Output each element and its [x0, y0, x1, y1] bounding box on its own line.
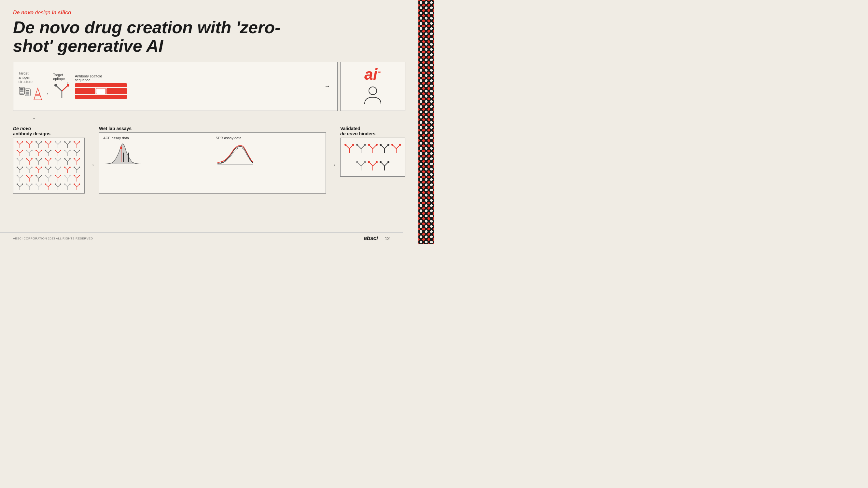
ab-icon: [73, 149, 81, 157]
svg-rect-10: [36, 94, 40, 96]
svg-point-229: [73, 184, 75, 185]
de-novo-designs-section: De novoantibody designs: [13, 126, 85, 194]
ab-icon: [35, 158, 43, 165]
ab-icon: [16, 174, 24, 182]
svg-point-154: [64, 167, 65, 168]
right-decoration: [418, 0, 434, 244]
svg-point-79: [55, 150, 56, 151]
svg-point-242: [352, 144, 354, 146]
svg-point-54: [73, 141, 75, 142]
ab-icon: [63, 166, 71, 174]
svg-point-134: [26, 167, 27, 168]
svg-point-75: [50, 150, 52, 151]
spr-assay: SPR assay data: [216, 136, 322, 167]
svg-point-195: [79, 175, 80, 176]
ab-icon: [73, 140, 81, 148]
wet-lab-title: Wet lab assays: [99, 126, 326, 131]
ab-icon: [54, 140, 62, 148]
svg-point-262: [399, 144, 401, 146]
ab-icon: [25, 140, 33, 148]
svg-point-271: [368, 161, 370, 163]
ab-icon: [16, 149, 24, 157]
svg-point-256: [380, 144, 381, 146]
svg-point-119: [64, 158, 65, 159]
ab-icon: [35, 174, 43, 182]
svg-point-39: [45, 141, 46, 142]
svg-point-209: [35, 184, 37, 185]
svg-point-59: [17, 150, 18, 151]
svg-point-109: [45, 158, 46, 159]
svg-point-246: [356, 144, 358, 146]
svg-point-220: [60, 184, 61, 185]
antibody-grid-box: [13, 138, 85, 194]
svg-point-169: [26, 175, 27, 176]
svg-point-34: [35, 141, 37, 142]
ace-label: ACE assay data: [103, 136, 129, 140]
epitope-section: Targetepitope ✂ →: [53, 73, 71, 100]
footer-right: absci 12: [364, 235, 390, 242]
ab-icon: [63, 174, 71, 182]
svg-point-25: [22, 141, 23, 142]
footer-copyright: ABSCI CORPORATION 2023 ALL RIGHTS RESERV…: [13, 237, 93, 240]
scaffold-section: Antibody scaffoldsequence: [75, 74, 318, 99]
svg-rect-3: [20, 93, 24, 94]
antigen-icon-1: [19, 86, 32, 102]
svg-point-120: [69, 158, 71, 159]
svg-point-129: [17, 167, 18, 168]
svg-point-50: [69, 141, 71, 142]
ab-icon: [54, 183, 62, 191]
svg-point-214: [45, 184, 46, 185]
top-main-box: Targetantigenstructure: [13, 62, 338, 111]
svg-point-135: [31, 167, 33, 168]
ab-icon: [63, 149, 71, 157]
svg-point-241: [344, 144, 346, 146]
ab-icon: [44, 174, 52, 182]
svg-point-261: [391, 144, 393, 146]
svg-point-140: [41, 167, 42, 168]
svg-point-159: [73, 167, 75, 168]
svg-point-155: [69, 167, 71, 168]
epitope-label: Targetepitope: [53, 73, 65, 81]
ab-icon: [16, 158, 24, 165]
ab-icon: [44, 166, 52, 174]
svg-point-185: [60, 175, 61, 176]
top-row: Targetantigenstructure: [13, 62, 405, 111]
validated-ab-8: [379, 161, 390, 171]
svg-point-60: [22, 150, 23, 151]
svg-point-204: [26, 184, 27, 185]
ab-icon: [25, 166, 33, 174]
diagram-area: Targetantigenstructure: [13, 62, 405, 194]
ab-icon: [54, 158, 62, 165]
svg-point-130: [22, 167, 23, 168]
footer: ABSCI CORPORATION 2023 ALL RIGHTS RESERV…: [0, 232, 403, 244]
ab-icon: [54, 166, 62, 174]
ab-icon: [54, 174, 62, 182]
ace-assay: ACE assay data: [103, 136, 209, 167]
svg-point-257: [388, 144, 390, 146]
spr-label: SPR assay data: [216, 136, 242, 140]
svg-point-190: [69, 175, 71, 176]
epitope-icon: ✂ →: [53, 82, 71, 100]
svg-point-224: [64, 184, 65, 185]
ab-icon: [25, 174, 33, 182]
svg-point-44: [55, 141, 56, 142]
svg-point-30: [31, 141, 33, 142]
ab-icon: [54, 149, 62, 157]
svg-point-199: [17, 184, 18, 185]
svg-point-55: [79, 141, 80, 142]
svg-point-139: [35, 167, 37, 168]
ai-logo-text: ai™: [364, 67, 381, 82]
validated-ab-3: [368, 143, 378, 154]
svg-point-174: [35, 175, 37, 176]
validated-title: Validatedde novo binders: [340, 126, 405, 136]
svg-text:→: →: [70, 88, 71, 93]
svg-point-179: [45, 175, 46, 176]
ab-icon: [44, 149, 52, 157]
validated-ab-7: [368, 161, 378, 171]
wet-lab-section: Wet lab assays ACE assay data: [99, 126, 326, 194]
validated-ab-1: [344, 143, 354, 154]
svg-point-184: [55, 175, 56, 176]
svg-point-85: [69, 150, 71, 151]
subtitle: De novo design in silico: [13, 10, 405, 15]
svg-point-89: [73, 150, 75, 151]
